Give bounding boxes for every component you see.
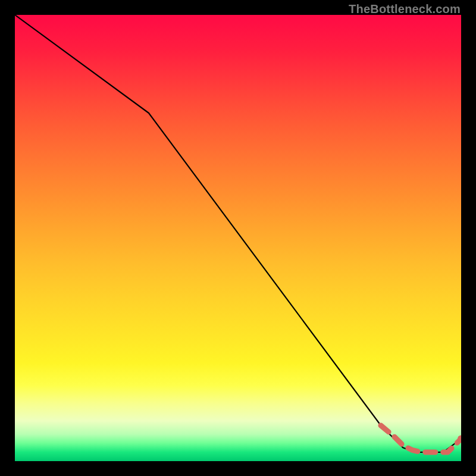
chart-svg bbox=[15, 15, 461, 461]
watermark-text: TheBottleneck.com bbox=[349, 2, 461, 16]
plot-area bbox=[15, 15, 461, 461]
series-bottleneck-curve bbox=[15, 15, 461, 452]
series-optimal-zone bbox=[381, 425, 461, 452]
chart-stage: TheBottleneck.com bbox=[0, 0, 476, 476]
optimal-point-marker bbox=[458, 436, 461, 443]
